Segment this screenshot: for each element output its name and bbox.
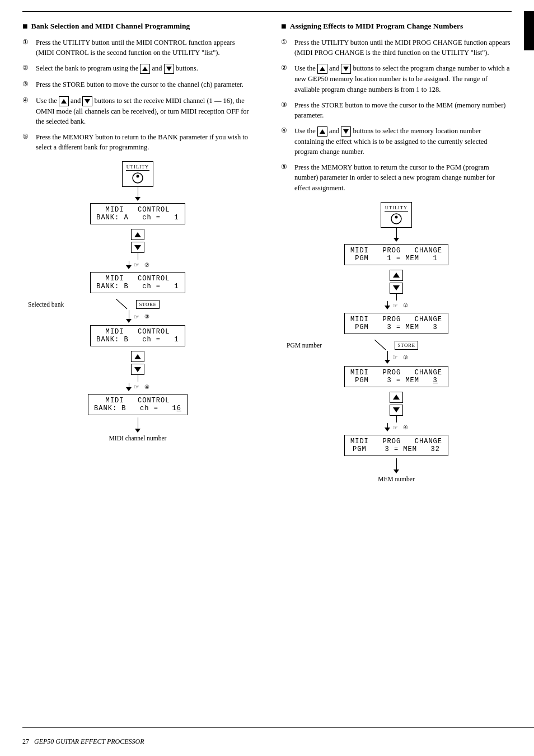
step-3-left: ③ Press the STORE button to move the cur…: [22, 79, 253, 90]
right-step-text-2: Use the and buttons to select the progra…: [294, 63, 512, 94]
right-store-group: STORE ☞ ③: [374, 337, 419, 364]
right-box-3-row: MIDI PROG CHANGE PGM 3 = MEM 3: [281, 366, 512, 387]
left-section-title: ■ Bank Selection and MIDI Channel Progra…: [22, 22, 253, 31]
svg-text:☞: ☞: [392, 302, 398, 309]
right-step2-marker: ☞ ②: [392, 300, 408, 311]
left-updn-btns-1: [131, 229, 144, 253]
left-box-2: MIDI CONTROL BANK: B ch = 1: [90, 272, 185, 293]
step-1-left: ① Press the UTILITY button until the MID…: [22, 37, 253, 58]
svg-point-7: [395, 215, 398, 218]
mem-number-label: MEM number: [378, 476, 414, 482]
svg-text:☞: ☞: [392, 424, 398, 431]
left-store-row: Selected bank STORE: [22, 297, 253, 323]
step-1-right: ① Press the UTILITY button until the MID…: [281, 37, 512, 58]
store-btn-row: STORE: [116, 299, 160, 310]
right-updn-btns-2: [390, 392, 403, 416]
selected-bank-label: Selected bank: [28, 301, 64, 308]
right-bullet-icon: ■: [281, 22, 287, 31]
arrow-2-label: ☞ ②: [126, 260, 149, 270]
store-button-label: STORE: [136, 300, 160, 309]
right-utility-knob: [385, 213, 408, 225]
svg-point-0: [133, 173, 143, 183]
step-5-left: ⑤ Press the MEMORY button to return to t…: [22, 132, 253, 152]
step-num-3: ③: [22, 79, 32, 90]
right-arrow-4-inner: [385, 423, 390, 431]
footer: 27 GEP50 GUITAR EFFECT PROCESSOR: [22, 738, 144, 746]
step-text-3: Press the STORE button to move the curso…: [36, 79, 253, 90]
step-2-left: ② Select the bank to program using the a…: [22, 63, 253, 74]
midi-channel-label: MIDI channel number: [109, 435, 167, 442]
arrow-2-inner: [126, 261, 132, 269]
right-step3-circle: ③: [403, 354, 408, 360]
right-arrow-4-grp: ☞ ④: [385, 416, 408, 433]
arrow-4-left: ☞ ④: [126, 375, 149, 392]
footer-title: GEP50 GUITAR EFFECT PROCESSOR: [34, 738, 144, 745]
store-arrow-group: STORE ☞ ③: [116, 297, 160, 323]
step2-circle-left: ②: [144, 262, 149, 268]
step-4-right: ④ Use the and buttons to select the memo…: [281, 126, 512, 157]
right-step-text-4: Use the and buttons to select the memory…: [294, 126, 512, 157]
right-arrow-1: [394, 228, 399, 242]
dn-btn-2: [131, 364, 144, 375]
right-box-2-row: MIDI PROG CHANGE PGM 3 = MEM 3: [281, 313, 512, 334]
step3-circle-left: ③: [144, 313, 149, 320]
left-arrows-4: ☞ ④: [22, 349, 253, 392]
right-arrow-2-grp: ☞ ②: [385, 294, 408, 311]
step-4-left: ④ Use the and buttons to set the receive…: [22, 96, 253, 126]
left-steps: ① Press the UTILITY button until the MID…: [22, 37, 253, 152]
step3-marker-left: ☞ ③: [134, 312, 149, 322]
step3-arrow-row: ☞ ③: [126, 310, 149, 323]
up-btn-2: [131, 351, 144, 362]
arrow-4-inner: [126, 383, 132, 391]
arrow-4-label: ☞ ④: [126, 382, 149, 392]
right-step2-circle: ②: [403, 302, 408, 308]
right-column: ■ Assigning Effects to MIDI Program Chan…: [275, 22, 512, 482]
svg-line-9: [374, 340, 386, 350]
step4-marker-left: ☞ ④: [134, 382, 149, 392]
left-diagram: UTILITY: [22, 161, 253, 442]
left-box-2-row: MIDI CONTROL BANK: B ch = 1: [22, 272, 253, 293]
utility-top-label: UTILITY: [126, 164, 149, 171]
utility-knob-icon: [126, 172, 149, 184]
svg-text:☞: ☞: [392, 354, 398, 360]
step-text-5: Press the MEMORY button to return to the…: [36, 132, 253, 152]
left-final-arrow: MIDI channel number: [22, 417, 253, 442]
left-updn-btns-2: [131, 351, 144, 375]
right-step4-circle: ④: [403, 424, 408, 430]
step-text-4: Use the and buttons to set the receive M…: [36, 96, 253, 126]
left-box-1-row: MIDI CONTROL BANK: A ch = 1: [22, 203, 253, 224]
right-step4-marker: ☞ ④: [392, 422, 408, 433]
dn-btn-1: [131, 242, 144, 253]
right-box-3: MIDI PROG CHANGE PGM 3 = MEM 3: [344, 366, 448, 387]
right-box-4-row: MIDI PROG CHANGE PGM 3 = MEM 32: [281, 435, 512, 456]
pgm-number-label: PGM number: [287, 342, 322, 349]
step4-circle-left: ④: [144, 384, 149, 390]
right-step-text-5: Press the MEMORY button to return the cu…: [294, 162, 512, 192]
step-2-right: ② Use the and buttons to select the prog…: [281, 63, 512, 94]
right-utility-group: UTILITY: [381, 202, 412, 242]
arrow-1-left: [135, 187, 140, 201]
right-step-num-1: ①: [281, 37, 291, 58]
right-diagram: UTILITY: [281, 202, 512, 482]
bottom-divider: [22, 727, 534, 728]
step2-marker-left: ☞ ②: [134, 260, 149, 270]
right-step-num-4: ④: [281, 126, 291, 157]
page-tab: [524, 11, 534, 50]
right-arrow-2-label: ☞ ②: [385, 300, 408, 311]
top-divider: [22, 11, 512, 12]
right-utility-top: UTILITY: [385, 205, 408, 212]
step-num-4: ④: [22, 96, 32, 126]
step-5-right: ⑤ Press the MEMORY button to return the …: [281, 162, 512, 192]
left-box-3: MIDI CONTROL BANK: B ch = 1: [90, 325, 185, 346]
right-box-2: MIDI PROG CHANGE PGM 3 = MEM 3: [344, 313, 448, 334]
svg-text:☞: ☞: [134, 313, 139, 320]
right-step3-marker: ☞ ③: [392, 352, 408, 362]
right-step-text-3: Press the STORE button to move the curso…: [294, 100, 512, 120]
right-utility-box: UTILITY: [381, 202, 412, 228]
step-text-2: Select the bank to program using the and…: [36, 63, 253, 74]
svg-text:☞: ☞: [134, 383, 139, 390]
right-step-num-3: ③: [281, 100, 291, 120]
right-step3-arrow: [385, 351, 390, 364]
footer-page-num: 27: [22, 738, 29, 745]
right-section-title: ■ Assigning Effects to MIDI Program Chan…: [281, 22, 512, 31]
